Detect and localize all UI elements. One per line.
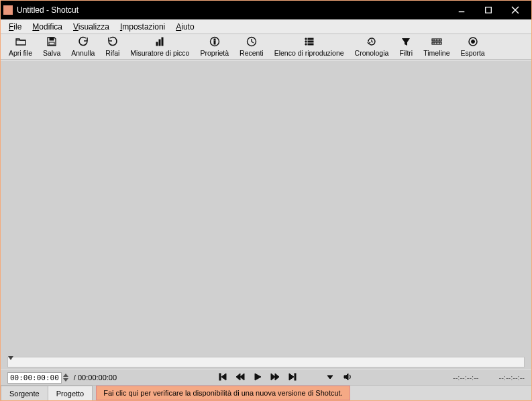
timeline-button[interactable]: Timeline [418, 36, 455, 60]
scrub-bar [1, 355, 531, 369]
target-icon [468, 36, 478, 48]
update-notice[interactable]: Fai clic qui per verificare la disponibi… [96, 386, 350, 400]
zoom-dropdown[interactable] [325, 372, 335, 383]
transport-controls [117, 372, 453, 383]
svg-rect-18 [308, 44, 313, 45]
svg-rect-10 [214, 41, 215, 44]
window-controls [448, 1, 529, 19]
svg-rect-5 [49, 42, 54, 45]
save-icon [46, 36, 57, 48]
status-bar [350, 386, 531, 400]
preview-viewer [1, 60, 531, 355]
playlist-button[interactable]: Elenco di riproduzione [269, 36, 350, 60]
menu-edit[interactable]: Modifica [27, 21, 68, 33]
play-button[interactable] [253, 372, 262, 383]
skip-start-button[interactable] [218, 372, 227, 383]
folder-open-icon [15, 36, 26, 48]
rewind-button[interactable] [235, 372, 245, 383]
scrub-handle[interactable] [8, 356, 13, 360]
app-window: Untitled - Shotcut File Modifica Visuali… [0, 0, 532, 401]
menu-file[interactable]: File [3, 21, 27, 33]
svg-point-17 [305, 44, 306, 45]
svg-point-15 [305, 41, 306, 42]
svg-point-28 [471, 40, 474, 44]
svg-rect-6 [156, 42, 158, 46]
menu-settings[interactable]: Impostazioni [115, 21, 170, 33]
filters-button[interactable]: Filtri [394, 36, 418, 60]
svg-rect-30 [295, 374, 296, 380]
svg-rect-7 [159, 40, 160, 46]
tab-source[interactable]: Sorgente [1, 386, 48, 400]
meter-icon [154, 36, 165, 48]
redo-button[interactable]: Rifai [100, 36, 125, 60]
peak-meter-button[interactable]: Misuratore di picco [125, 36, 195, 60]
svg-rect-1 [486, 7, 492, 13]
out-point: --:--:--:-- [499, 374, 525, 382]
properties-button[interactable]: Proprietà [195, 36, 234, 60]
volume-button[interactable] [343, 372, 352, 383]
title-bar: Untitled - Shotcut [1, 1, 531, 19]
window-title: Untitled - Shotcut [17, 5, 448, 15]
menu-view[interactable]: Visualizza [68, 21, 115, 33]
svg-point-13 [305, 38, 306, 40]
svg-rect-11 [214, 39, 215, 40]
svg-rect-29 [219, 374, 221, 380]
duration-timecode: / 00:00:00:00 [74, 374, 117, 382]
svg-rect-16 [308, 41, 313, 42]
list-icon [304, 36, 315, 48]
timecode-spinner[interactable] [63, 371, 71, 384]
undo-button[interactable]: Annulla [66, 36, 100, 60]
maximize-button[interactable] [475, 1, 502, 19]
undo-icon [78, 36, 89, 48]
scrub-track[interactable] [7, 357, 525, 367]
app-icon [3, 5, 13, 15]
close-button[interactable] [502, 1, 529, 19]
export-button[interactable]: Esporta [456, 36, 490, 60]
history-icon [366, 36, 377, 48]
fast-forward-button[interactable] [270, 372, 280, 383]
current-timecode[interactable]: 00:00:00:00 [7, 372, 62, 384]
svg-rect-4 [50, 38, 54, 40]
clock-icon [246, 36, 257, 48]
menu-help[interactable]: Aiuto [170, 21, 199, 33]
svg-rect-8 [162, 38, 163, 46]
timeline-icon [431, 36, 442, 48]
minimize-button[interactable] [448, 1, 475, 19]
filter-icon [401, 36, 411, 48]
in-point: --:--:--:-- [453, 374, 478, 382]
transport-bar: 00:00:00:00 / 00:00:00:00 --:--:--:-- --… [1, 369, 531, 386]
open-file-button[interactable]: Apri file [3, 36, 38, 60]
tab-project[interactable]: Progetto [48, 386, 93, 400]
menu-bar: File Modifica Visualizza Impostazioni Ai… [1, 19, 531, 34]
history-button[interactable]: Cronologia [350, 36, 394, 60]
chevron-down-icon[interactable] [63, 378, 68, 382]
in-out-timecodes: --:--:--:-- --:--:--:-- [453, 374, 525, 382]
save-button[interactable]: Salva [38, 36, 66, 60]
svg-rect-14 [308, 38, 313, 40]
toolbar: Apri file Salva Annulla Rifai Misuratore… [1, 34, 531, 60]
chevron-up-icon[interactable] [63, 374, 68, 377]
bottom-bar: Sorgente Progetto Fai clic qui per verif… [1, 386, 531, 400]
redo-icon [107, 36, 118, 48]
recent-button[interactable]: Recenti [234, 36, 269, 60]
info-icon [209, 36, 220, 48]
skip-end-button[interactable] [288, 372, 297, 383]
